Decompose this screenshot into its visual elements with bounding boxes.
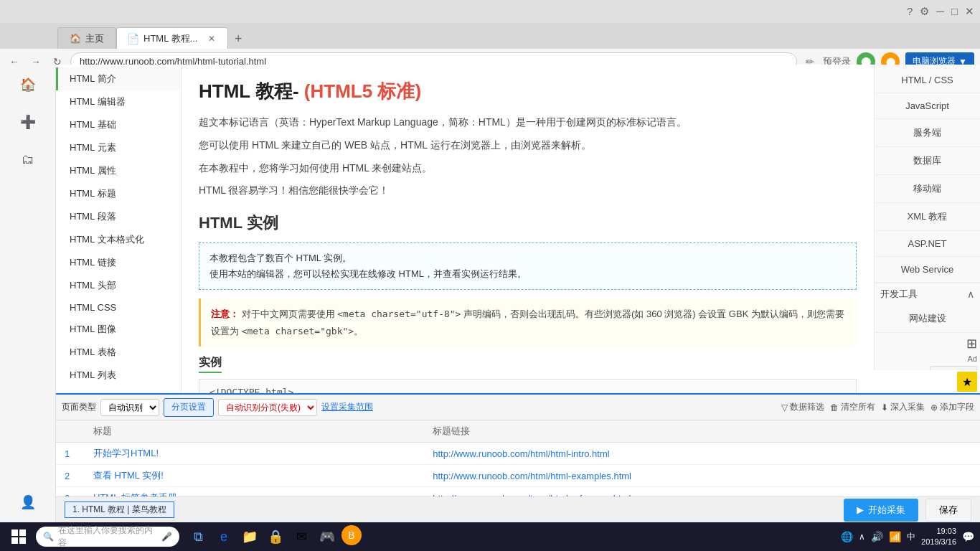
footer-tab[interactable]: 1. HTML 教程 | 菜鸟教程 — [65, 501, 174, 518]
row-link-2[interactable]: http://www.runoob.com/html/html-examples… — [424, 465, 980, 487]
row-title-2[interactable]: 查看 HTML 实例! — [85, 465, 424, 487]
clear-label: 清空所有 — [841, 401, 875, 413]
sidebar-add-icon[interactable]: ➕ — [15, 109, 41, 135]
taskbar-app-edge[interactable]: e — [212, 525, 235, 548]
table-row: 3 HTML 标签参考手册 http://www.runoob.com/tags… — [56, 487, 980, 497]
right-nav-html-css[interactable]: HTML / CSS — [875, 67, 980, 93]
page-type-label: 页面类型 — [62, 401, 96, 413]
filter-button[interactable]: ▽ 数据筛选 — [781, 401, 824, 413]
taskbar-app-browser2[interactable]: B — [341, 525, 362, 545]
taskbar-app-task-view[interactable]: ⧉ — [187, 525, 209, 548]
volume-icon[interactable]: 🔊 — [871, 531, 883, 542]
desc-para-3: 在本教程中，您将学习如何使用 HTML 来创建站点。 — [199, 160, 857, 177]
row-title-3[interactable]: HTML 标签参考手册 — [85, 487, 424, 497]
title-bar: ? ⚙ ─ □ ✕ — [0, 0, 980, 23]
chevron-up-icon[interactable]: ∧ — [859, 532, 865, 542]
nav-item-paragraphs[interactable]: HTML 段落 — [56, 205, 181, 228]
svg-rect-1 — [19, 529, 26, 536]
right-nav-web-build[interactable]: 网站建设 — [875, 305, 980, 333]
taskbar-apps: ⧉ e 📁 🔒 ✉ 🎮 B — [187, 525, 362, 548]
nav-item-headings[interactable]: HTML 标题 — [56, 182, 181, 205]
sidebar-layers-icon[interactable]: 🗂 — [15, 146, 41, 172]
deep-collect-label: 深入采集 — [890, 401, 925, 413]
star-button[interactable]: ★ — [957, 372, 977, 392]
network-icon: 🌐 — [841, 531, 853, 542]
note-label: 注意： — [211, 309, 239, 319]
right-nav-aspnet[interactable]: ASP.NET — [875, 231, 980, 257]
right-nav-xml[interactable]: XML 教程 — [875, 203, 980, 231]
lang-icon: 中 — [907, 531, 915, 543]
grid-view-icon[interactable]: ⊞ — [966, 336, 977, 352]
tab-bar: 🏠 主页 📄 HTML 教程... ✕ + — [0, 23, 980, 49]
nav-item-lists[interactable]: HTML 列表 — [56, 364, 181, 387]
nav-item-attrs[interactable]: HTML 属性 — [56, 159, 181, 182]
note-text: 对于中文网页需要使用 <meta charset="utf-8"> 声明编码，否… — [211, 309, 844, 336]
page-settings-button[interactable]: 分页设置 — [164, 398, 214, 417]
minimize-icon[interactable]: ─ — [936, 5, 944, 18]
filter-label: 数据筛选 — [790, 401, 824, 413]
trash-icon: 🗑 — [830, 402, 839, 413]
settings-icon[interactable]: ⚙ — [920, 5, 929, 18]
taskbar-app-explorer[interactable]: 📁 — [238, 525, 261, 548]
add-field-button[interactable]: ⊕ 添加字段 — [930, 401, 974, 413]
bottom-panel: 页面类型 自动识别 分页设置 自动识别分页(失败) 设置采集范围 ▽ 数据筛选 … — [56, 393, 980, 522]
auto-page-select[interactable]: 自动识别分页(失败) — [218, 399, 317, 416]
tab-active-label: HTML 教程... — [143, 32, 197, 45]
home-icon: 🏠 — [70, 33, 81, 44]
nav-item-text-format[interactable]: HTML 文本格式化 — [56, 228, 181, 251]
taskbar-clock: 19:03 2019/3/16 — [921, 526, 956, 548]
set-range-link[interactable]: 设置采集范围 — [321, 401, 373, 413]
toolbar-right-actions: ▽ 数据筛选 🗑 清空所有 ⬇ 深入采集 ⊕ 添加字段 — [781, 401, 974, 413]
nav-item-elements[interactable]: HTML 元素 — [56, 136, 181, 159]
row-link-1[interactable]: http://www.runoob.com/html/html-intro.ht… — [424, 443, 980, 465]
sidebar-home-icon[interactable]: 🏠 — [15, 72, 41, 98]
taskbar-app-security[interactable]: 🔒 — [264, 525, 287, 548]
tab-active[interactable]: 📄 HTML 教程... ✕ — [116, 27, 228, 49]
nav-item-images[interactable]: HTML 图像 — [56, 318, 181, 341]
taskbar-search-box[interactable]: 🔍 在这里输入你要搜索的内容 🎤 — [36, 527, 179, 547]
desc-para-1: 超文本标记语言（英语：HyperText Markup Language，简称：… — [199, 114, 857, 131]
nav-item-css[interactable]: HTML CSS — [56, 297, 181, 318]
right-nav-mobile[interactable]: 移动端 — [875, 175, 980, 203]
start-collect-button[interactable]: ▶ 开始采集 — [844, 499, 918, 522]
nav-item-links[interactable]: HTML 链接 — [56, 251, 181, 274]
deep-collect-button[interactable]: ⬇ 深入采集 — [881, 401, 925, 413]
right-panel-container: HTML / CSS JavaScript 服务端 数据库 移动端 XML 教程… — [874, 65, 980, 393]
save-button[interactable]: 保存 — [925, 499, 971, 522]
table-row: 2 查看 HTML 实例! http://www.runoob.com/html… — [56, 465, 980, 487]
taskbar-app-game[interactable]: 🎮 — [316, 525, 339, 548]
notification-icon[interactable]: 💬 — [962, 531, 974, 542]
page-type-select[interactable]: 自动识别 — [100, 399, 159, 416]
tab-home[interactable]: 🏠 主页 — [57, 27, 116, 49]
right-nav-server[interactable]: 服务端 — [875, 119, 980, 147]
right-nav-devtools[interactable]: 开发工具 — [880, 288, 918, 301]
maximize-icon[interactable]: □ — [951, 5, 958, 18]
close-icon[interactable]: ✕ — [965, 5, 974, 18]
row-title-1[interactable]: 开始学习HTML! — [85, 443, 424, 465]
nav-item-head[interactable]: HTML 头部 — [56, 274, 181, 297]
code-doctype: <!DOCTYPE html> — [209, 387, 293, 393]
clear-button[interactable]: 🗑 清空所有 — [830, 401, 875, 413]
svg-rect-3 — [19, 537, 26, 544]
nav-item-basics[interactable]: HTML 基础 — [56, 113, 181, 136]
tab-close-button[interactable]: ✕ — [206, 33, 217, 44]
expand-icon[interactable]: ∧ — [967, 288, 974, 300]
right-nav-js[interactable]: JavaScript — [875, 93, 980, 119]
page-title: HTML 教程- (HTML5 标准) — [199, 79, 857, 104]
example-title: 实例 — [199, 355, 222, 373]
network-status-icon[interactable]: 📶 — [889, 531, 901, 542]
right-nav-db[interactable]: 数据库 — [875, 147, 980, 175]
new-tab-button[interactable]: + — [228, 29, 248, 49]
example-line-2: 使用本站的编辑器，您可以轻松实现在线修改 HTML，并查看实例运行结果。 — [209, 266, 846, 282]
right-nav-webservice[interactable]: Web Service — [875, 257, 980, 283]
nav-item-tables[interactable]: HTML 表格 — [56, 341, 181, 364]
sidebar-user-icon[interactable]: 👤 — [15, 489, 41, 515]
row-link-3[interactable]: http://www.runoob.com/tags/html-referenc… — [424, 487, 980, 497]
start-menu-button[interactable] — [6, 524, 32, 550]
nav-item-editor[interactable]: HTML 编辑器 — [56, 90, 181, 113]
nav-item-intro[interactable]: HTML 简介 — [56, 67, 181, 90]
taskbar: 🔍 在这里输入你要搜索的内容 🎤 ⧉ e 📁 🔒 ✉ 🎮 B 🌐 ∧ 🔊 📶 中… — [0, 522, 980, 551]
row-num-1: 1 — [56, 443, 85, 465]
help-icon[interactable]: ? — [907, 5, 913, 18]
taskbar-app-mail[interactable]: ✉ — [290, 525, 313, 548]
